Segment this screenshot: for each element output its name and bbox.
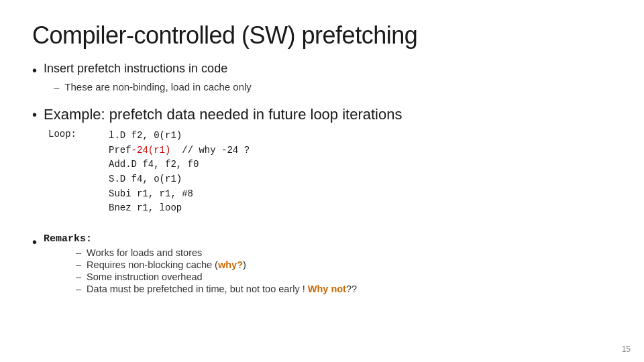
remarks-text-1: Works for loads and stores [87, 247, 202, 258]
remarks-text-2: Requires non-blocking cache (why?) [87, 259, 246, 270]
remarks-bullet: • Remarks: – Works for loads and stores … [32, 233, 612, 296]
code-line-2: Pref -24(r1) // why -24 ? [109, 143, 250, 158]
dash-2: – [76, 259, 81, 270]
code-comment-2: // why -24 ? [170, 143, 250, 158]
page-number: 15 [622, 345, 631, 354]
sub-bullet-1: – These are non-binding, load in cache o… [54, 81, 612, 93]
remarks-item-4: – Data must be prefetched in time, but n… [76, 284, 357, 294]
remarks-content: Remarks: – Works for loads and stores – … [44, 233, 357, 296]
remarks-item-3: – Some instruction overhead [76, 272, 357, 282]
why-not-highlight: Why not [308, 284, 346, 294]
dash-1: – [76, 247, 81, 258]
bullet-dot-1: • [32, 63, 37, 78]
dash-3: – [76, 272, 81, 282]
remarks-section: • Remarks: – Works for loads and stores … [32, 233, 612, 298]
sub-dash-1: – [54, 81, 59, 93]
sub-bullet-1-text: These are non-binding, load in cache onl… [64, 81, 252, 93]
code-line-1: l.D f2, 0(r1) [109, 129, 250, 143]
code-line-5: Subi r1, r1, #8 [109, 187, 250, 202]
bullet-dot-2: • [32, 107, 37, 123]
why-highlight: why? [218, 259, 243, 270]
slide: Compiler-controlled (SW) prefetching • I… [0, 0, 644, 362]
bullet-1-section: • Insert prefetch instructions in code –… [32, 62, 612, 94]
remarks-text-3: Some instruction overhead [87, 272, 203, 282]
code-text-1: l.D f2, 0(r1) [109, 129, 182, 143]
bullet-1-text: Insert prefetch instructions in code [44, 62, 227, 76]
code-line-6: Bnez r1, loop [109, 201, 250, 216]
code-line-4: S.D f4, o(r1) [109, 172, 250, 187]
remarks-text-4: Data must be prefetched in time, but not… [87, 284, 357, 294]
remarks-item-2: – Requires non-blocking cache (why?) [76, 259, 357, 270]
code-text-3: Add.D f4, f2, f0 [109, 158, 199, 172]
remarks-label: Remarks: [44, 233, 357, 245]
code-text-4: S.D f4, o(r1) [109, 172, 182, 187]
code-text-5: Subi r1, r1, #8 [109, 187, 193, 202]
code-block: l.D f2, 0(r1) Pref -24(r1) // why -24 ? … [109, 129, 250, 216]
remarks-item-1: – Works for loads and stores [76, 247, 357, 258]
dash-4: – [76, 284, 81, 294]
slide-title: Compiler-controlled (SW) prefetching [32, 21, 612, 50]
bullet-1: • Insert prefetch instructions in code [32, 62, 612, 78]
bullet-2: • Example: prefetch data needed in futur… [32, 106, 612, 123]
bullet-2-section: • Example: prefetch data needed in futur… [32, 101, 612, 223]
code-highlight-2: -24(r1) [131, 143, 171, 158]
code-section: Loop: l.D f2, 0(r1) Pref -24(r1) // why … [48, 129, 612, 216]
bullet-dot-3: • [32, 235, 37, 250]
code-text-2a: Pref [109, 143, 131, 158]
code-line-3: Add.D f4, f2, f0 [109, 158, 250, 172]
bullet-2-text: Example: prefetch data needed in future … [44, 106, 402, 123]
code-label: Loop: [48, 129, 109, 216]
code-text-6: Bnez r1, loop [109, 201, 182, 216]
